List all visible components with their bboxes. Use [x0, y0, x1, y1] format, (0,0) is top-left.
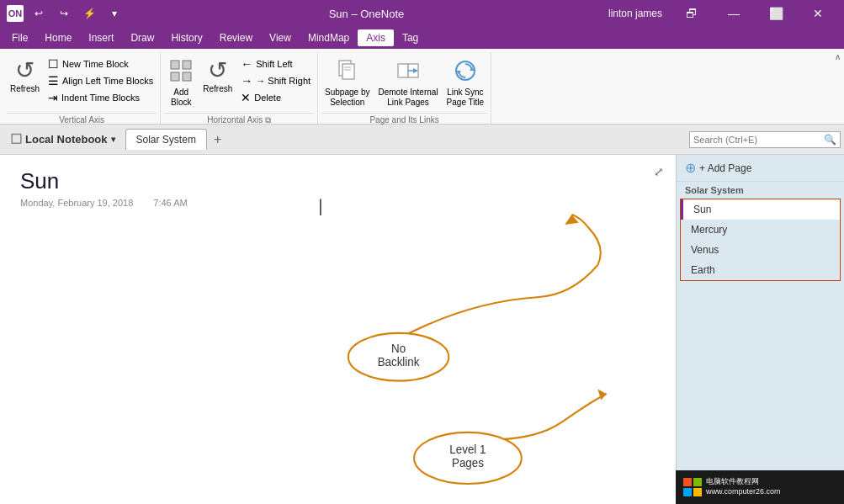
sidebar-page-venus[interactable]: Venus [681, 240, 840, 260]
titlebar-left: ON ↩ ↪ ⚡ ▾ [7, 3, 125, 24]
ribbon-group-horizontal-content: AddBlock ↺ Refresh ← Shift Left → → Shif… [164, 52, 314, 113]
menu-review[interactable]: Review [211, 29, 261, 46]
ribbon-small-group-horizontal: ← Shift Left → → Shift Right ✕ Delete [237, 54, 314, 106]
add-block-label: AddBlock [171, 88, 191, 108]
svg-rect-3 [183, 72, 191, 81]
ribbon-group-horizontal-axis: AddBlock ↺ Refresh ← Shift Left → → Shif… [161, 52, 318, 124]
delete-label: Delete [254, 93, 281, 103]
delete-btn[interactable]: ✕ Delete [237, 89, 314, 106]
refresh-h-btn[interactable]: ↺ Refresh [199, 54, 236, 111]
user-name: linton james [608, 8, 662, 19]
horizontal-expand-btn[interactable]: ⧉ [265, 115, 271, 125]
horizontal-axis-label: Horizontal Axis ⧉ [164, 113, 314, 127]
qat-more-btn[interactable]: ▾ [104, 3, 125, 24]
align-left-time-blocks-btn[interactable]: ☰ Align Left Time Blocks [45, 72, 157, 89]
svg-rect-26 [683, 488, 692, 496]
page-links-label: Page and Its Links [321, 113, 487, 126]
sidebar: ⊕ + Add Page Solar System Sun Mercury Ve… [676, 155, 844, 504]
search-icon[interactable]: 🔍 [824, 134, 836, 146]
new-time-block-label: New Time Block [62, 59, 129, 69]
subpage-by-selection-btn[interactable]: Subpage bySelection [321, 54, 373, 111]
refresh-h-icon: ↺ [208, 59, 227, 82]
shift-left-btn[interactable]: ← Shift Left [237, 56, 314, 72]
menu-history[interactable]: History [162, 29, 210, 46]
main-content: ⤢ Sun Monday, February 19, 2018 7:46 AM … [0, 155, 844, 504]
indent-time-blocks-btn[interactable]: ⇥ Indent Time Blocks [45, 89, 157, 106]
minimize-btn[interactable]: — [714, 0, 753, 27]
align-left-icon: ☰ [48, 74, 59, 88]
svg-text:Backlink: Backlink [378, 356, 420, 369]
notebook-label: Local Notebook [25, 133, 108, 146]
new-time-block-icon: ☐ [48, 57, 59, 71]
align-left-label: Align Left Time Blocks [62, 76, 153, 86]
windows-logo-icon [682, 477, 703, 497]
delete-icon: ✕ [241, 91, 251, 104]
notebook-view-btn[interactable]: 🗗 [672, 0, 711, 27]
customize-btn[interactable]: ⚡ [79, 3, 99, 24]
menu-axis[interactable]: Axis [358, 29, 394, 46]
sidebar-page-earth[interactable]: Earth [681, 260, 840, 280]
ribbon-small-group-vertical: ☐ New Time Block ☰ Align Left Time Block… [45, 54, 157, 106]
menu-draw[interactable]: Draw [122, 29, 162, 46]
notebook-bar: ☐ Local Notebook ▾ Solar System + 🔍 [0, 125, 844, 155]
ribbon-group-vertical-axis: ↺ Refresh ☐ New Time Block ☰ Align Left … [3, 52, 161, 124]
sidebar-page-sun[interactable]: Sun [681, 199, 840, 220]
subpage-icon [336, 59, 359, 86]
annotation-overlay: No Backlink Level 1 Pages [0, 155, 676, 504]
indent-label: Indent Time Blocks [61, 93, 140, 103]
search-input[interactable] [693, 135, 824, 145]
link-sync-btn[interactable]: Link SyncPage Title [443, 54, 487, 111]
tab-solar-system[interactable]: Solar System [125, 129, 207, 150]
menu-view[interactable]: View [261, 29, 300, 46]
demote-internal-btn[interactable]: Demote InternalLink Pages [374, 54, 441, 111]
shift-left-icon: ← [241, 57, 252, 71]
ribbon: ↺ Refresh ☐ New Time Block ☰ Align Left … [0, 49, 844, 125]
menu-mindmap[interactable]: MindMap [300, 29, 358, 46]
tab-add-btn[interactable]: + [207, 128, 228, 151]
svg-text:Level 1: Level 1 [449, 443, 486, 456]
undo-btn[interactable]: ↩ [29, 3, 49, 24]
sidebar-page-mercury[interactable]: Mercury [681, 220, 840, 240]
shift-left-label: Shift Left [256, 59, 292, 69]
ribbon-group-page-links-content: Subpage bySelection Demote InternalLink … [321, 52, 487, 113]
shift-right-btn[interactable]: → → Shift Right [237, 72, 314, 89]
menu-insert[interactable]: Insert [80, 29, 122, 46]
menubar: File Home Insert Draw History Review Vie… [0, 27, 844, 49]
watermark-line2: www.computer26.com [706, 487, 781, 497]
add-page-label: + Add Page [699, 162, 751, 174]
maximize-btn[interactable]: ⬜ [756, 0, 795, 27]
refresh-h-label: Refresh [203, 84, 232, 94]
watermark: 电脑软件教程网 www.computer26.com [676, 470, 844, 504]
add-page-btn[interactable]: ⊕ + Add Page [677, 155, 844, 182]
refresh-left-btn[interactable]: ↺ Refresh [7, 54, 43, 111]
sidebar-pages-group: Sun Mercury Venus Earth [680, 199, 841, 281]
onenote-icon: ON [7, 5, 24, 22]
close-btn[interactable]: ✕ [799, 0, 837, 27]
menu-tag[interactable]: Tag [394, 29, 427, 46]
watermark-line1: 电脑软件教程网 [706, 477, 781, 487]
indent-icon: ⇥ [48, 91, 58, 104]
watermark-text: 电脑软件教程网 www.computer26.com [706, 477, 781, 496]
svg-rect-24 [683, 478, 692, 486]
notebook-page-icon: ☐ [10, 131, 22, 147]
svg-rect-8 [398, 64, 408, 77]
notebook-selector[interactable]: ☐ Local Notebook ▾ [3, 128, 122, 151]
titlebar-right: linton james 🗗 — ⬜ ✕ [608, 0, 837, 27]
menu-file[interactable]: File [3, 29, 36, 46]
refresh-left-icon: ↺ [15, 59, 35, 82]
add-page-icon: ⊕ [685, 160, 696, 176]
menu-home[interactable]: Home [36, 29, 80, 46]
ribbon-minimize-btn[interactable]: ∧ [835, 52, 841, 61]
subpage-label: Subpage bySelection [325, 88, 369, 108]
ribbon-group-vertical-axis-content: ↺ Refresh ☐ New Time Block ☰ Align Left … [7, 52, 157, 113]
shift-right-label: → Shift Right [256, 76, 311, 86]
new-time-block-btn[interactable]: ☐ New Time Block [45, 56, 157, 72]
svg-text:Pages: Pages [452, 457, 484, 470]
link-sync-label: Link SyncPage Title [447, 88, 484, 108]
titlebar: ON ↩ ↪ ⚡ ▾ Sun – OneNote linton james 🗗 … [0, 0, 844, 27]
redo-btn[interactable]: ↪ [54, 3, 74, 24]
svg-rect-25 [693, 478, 702, 486]
svg-rect-0 [171, 61, 179, 69]
page-area: ⤢ Sun Monday, February 19, 2018 7:46 AM … [0, 155, 676, 504]
add-block-btn[interactable]: AddBlock [164, 54, 198, 111]
